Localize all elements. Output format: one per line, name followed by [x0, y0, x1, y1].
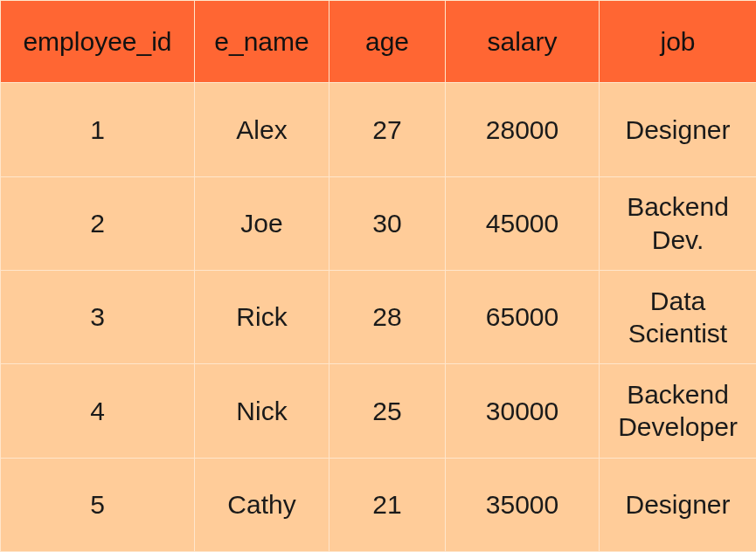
cell-age: 27 — [329, 83, 446, 176]
cell-employee-id: 5 — [1, 458, 195, 551]
table-row: 3 Rick 28 65000 Data Scientist — [1, 270, 757, 363]
table-header-row: employee_id e_name age salary job — [1, 1, 757, 83]
cell-e-name: Alex — [195, 83, 329, 176]
column-header-salary: salary — [446, 1, 600, 83]
cell-salary: 45000 — [446, 176, 600, 270]
column-header-e-name: e_name — [195, 1, 329, 83]
cell-salary: 35000 — [446, 458, 600, 551]
cell-age: 25 — [329, 364, 446, 458]
cell-employee-id: 3 — [1, 270, 195, 363]
cell-job: Designer — [600, 83, 757, 176]
table-row: 4 Nick 25 30000 Backend Developer — [1, 364, 757, 458]
cell-e-name: Nick — [195, 364, 329, 458]
cell-age: 21 — [329, 458, 446, 551]
cell-salary: 28000 — [446, 83, 600, 176]
cell-employee-id: 1 — [1, 83, 195, 176]
table-row: 2 Joe 30 45000 Backend Dev. — [1, 176, 757, 270]
cell-age: 30 — [329, 176, 446, 270]
column-header-age: age — [329, 1, 446, 83]
cell-e-name: Cathy — [195, 458, 329, 551]
table-row: 5 Cathy 21 35000 Designer — [1, 458, 757, 551]
cell-employee-id: 2 — [1, 176, 195, 270]
column-header-job: job — [600, 1, 757, 83]
cell-salary: 65000 — [446, 270, 600, 363]
cell-job: Backend Dev. — [600, 176, 757, 270]
cell-job: Backend Developer — [600, 364, 757, 458]
cell-employee-id: 4 — [1, 364, 195, 458]
cell-job: Designer — [600, 458, 757, 551]
table-row: 1 Alex 27 28000 Designer — [1, 83, 757, 176]
cell-job: Data Scientist — [600, 270, 757, 363]
column-header-employee-id: employee_id — [1, 1, 195, 83]
cell-age: 28 — [329, 270, 446, 363]
employee-table: employee_id e_name age salary job 1 Alex… — [0, 0, 756, 552]
cell-e-name: Rick — [195, 270, 329, 363]
cell-salary: 30000 — [446, 364, 600, 458]
cell-e-name: Joe — [195, 176, 329, 270]
